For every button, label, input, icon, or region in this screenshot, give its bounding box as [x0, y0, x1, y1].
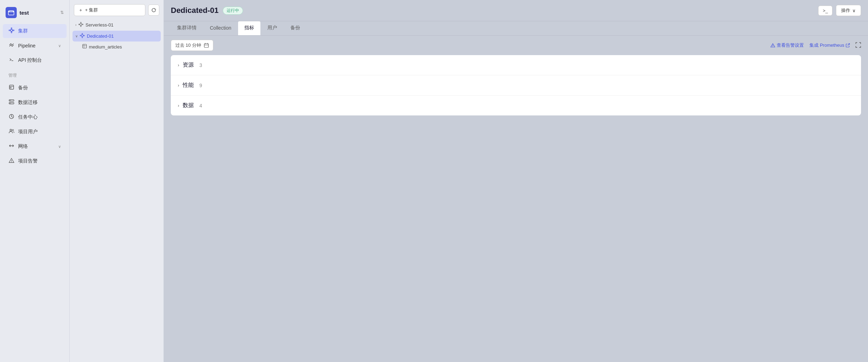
metric-section-resources: › 资源 3	[171, 55, 861, 75]
project-chevron-icon: ⇅	[60, 10, 64, 15]
performance-count: 9	[199, 83, 202, 88]
sidebar-item-project-alerts[interactable]: 项目告警	[3, 154, 67, 168]
project-name: test	[20, 10, 58, 16]
header-actions: >_ 操作 ∨	[818, 5, 861, 16]
metric-section-performance-header[interactable]: › 性能 9	[171, 75, 861, 95]
ops-label: 操作	[841, 7, 850, 14]
network-icon	[8, 143, 15, 150]
middle-top-bar: ＋ + 集群	[73, 4, 161, 16]
sidebar-item-data-migration-label: 数据迁移	[18, 99, 38, 106]
metric-section-data-header[interactable]: › 数据 4	[171, 96, 861, 115]
metrics-toolbar: 过去 10 分钟 查看告警设置 集成 Prometheus	[164, 36, 868, 55]
ops-button[interactable]: 操作 ∨	[836, 5, 861, 16]
project-users-icon	[8, 128, 15, 135]
metrics-card: › 资源 3 › 性能 9 › 数据 4	[171, 55, 861, 115]
metric-section-resources-header[interactable]: › 资源 3	[171, 55, 861, 75]
time-filter[interactable]: 过去 10 分钟	[171, 40, 213, 51]
metric-section-performance: › 性能 9	[171, 75, 861, 96]
medium-articles-label: medium_articles	[89, 44, 122, 50]
sidebar-item-clusters[interactable]: 集群	[3, 24, 67, 38]
svg-point-27	[81, 26, 81, 27]
management-section-label: 管理	[0, 68, 69, 81]
tree-item-serverless-01[interactable]: › Serverless-01	[73, 20, 161, 30]
tree-item-dedicated-01[interactable]: ∨ Dedicated-01	[73, 31, 161, 42]
svg-point-38	[84, 35, 84, 36]
svg-point-2	[11, 28, 12, 29]
svg-point-34	[81, 35, 83, 37]
svg-point-4	[9, 30, 10, 31]
sidebar-item-project-users[interactable]: 项目用户	[3, 125, 67, 139]
tab-backup[interactable]: 备份	[284, 21, 306, 35]
tab-metrics[interactable]: 指标	[238, 21, 260, 35]
plus-icon: ＋	[78, 7, 83, 13]
svg-point-20	[12, 129, 14, 131]
project-icon	[6, 7, 17, 18]
cluster-title: Dedicated-01	[171, 6, 219, 15]
external-link-icon	[846, 43, 850, 47]
task-center-icon	[8, 114, 15, 121]
sidebar-item-network[interactable]: 网络 ∨	[3, 139, 67, 153]
fullscreen-button[interactable]	[855, 42, 861, 49]
serverless-cluster-icon	[78, 22, 83, 28]
serverless-chevron-icon: ›	[75, 23, 76, 27]
svg-point-29	[83, 24, 83, 25]
pipeline-icon	[8, 42, 15, 49]
performance-chevron-icon: ›	[178, 83, 179, 88]
tab-cluster-detail[interactable]: 集群详情	[171, 21, 203, 35]
svg-rect-43	[83, 44, 86, 48]
sidebar: test ⇅ 集群 Pipeline ∨	[0, 0, 70, 362]
refresh-button[interactable]	[148, 5, 159, 16]
svg-line-53	[848, 44, 850, 45]
terminal-button[interactable]: >_	[818, 6, 832, 16]
resources-chevron-icon: ›	[178, 63, 179, 68]
tabs-bar: 集群详情 Collection 指标 用户 备份	[164, 21, 868, 36]
sidebar-item-backup[interactable]: 备份	[3, 81, 67, 95]
prometheus-link[interactable]: 集成 Prometheus	[809, 42, 850, 48]
tree-item-medium-articles[interactable]: medium_articles	[73, 42, 161, 52]
sidebar-item-api-console[interactable]: API 控制台	[3, 53, 67, 67]
sidebar-item-project-alerts-label: 项目告警	[18, 158, 38, 164]
ops-chevron-icon: ∨	[852, 8, 856, 13]
sidebar-item-clusters-label: 集群	[18, 28, 28, 34]
svg-point-26	[81, 22, 81, 23]
tab-users[interactable]: 用户	[261, 21, 283, 35]
terminal-icon: >_	[823, 8, 828, 13]
data-count: 4	[199, 103, 202, 108]
svg-point-52	[773, 46, 773, 47]
status-badge: 运行中	[223, 7, 243, 15]
svg-point-1	[10, 29, 13, 31]
metric-section-data: › 数据 4	[171, 96, 861, 115]
api-console-icon	[8, 57, 15, 64]
backup-icon	[8, 84, 15, 91]
svg-rect-13	[10, 87, 11, 88]
data-title: 数据	[183, 102, 194, 109]
data-migration-icon	[8, 99, 15, 106]
pipeline-chevron-icon: ∨	[58, 44, 61, 48]
clusters-icon	[8, 28, 15, 35]
svg-point-36	[82, 37, 83, 38]
sidebar-item-backup-label: 备份	[18, 85, 28, 91]
add-cluster-button[interactable]: ＋ + 集群	[74, 4, 145, 16]
sidebar-item-task-center-label: 任务中心	[18, 114, 38, 120]
data-chevron-icon: ›	[178, 103, 179, 108]
sidebar-item-data-migration[interactable]: 数据迁移	[3, 96, 67, 110]
resources-title: 资源	[183, 61, 194, 69]
svg-rect-46	[204, 44, 208, 47]
sidebar-item-pipeline[interactable]: Pipeline ∨	[3, 39, 67, 53]
cluster-tree-panel: ＋ + 集群 › Serverless-01	[70, 0, 164, 362]
sidebar-item-network-label: 网络	[18, 143, 28, 150]
alert-settings-link[interactable]: 查看告警设置	[770, 42, 804, 48]
project-alerts-icon	[8, 158, 15, 165]
main-header: Dedicated-01 运行中 >_ 操作 ∨	[164, 0, 868, 21]
dedicated-01-label: Dedicated-01	[87, 33, 114, 39]
network-chevron-icon: ∨	[58, 144, 61, 149]
svg-point-25	[80, 23, 82, 25]
resources-count: 3	[199, 62, 202, 68]
tab-collection[interactable]: Collection	[204, 22, 237, 35]
sidebar-item-task-center[interactable]: 任务中心	[3, 110, 67, 124]
time-filter-label: 过去 10 分钟	[175, 42, 201, 48]
svg-point-24	[11, 161, 12, 162]
project-selector[interactable]: test ⇅	[0, 4, 69, 24]
sidebar-item-project-users-label: 项目用户	[18, 129, 38, 135]
svg-point-35	[82, 33, 83, 34]
